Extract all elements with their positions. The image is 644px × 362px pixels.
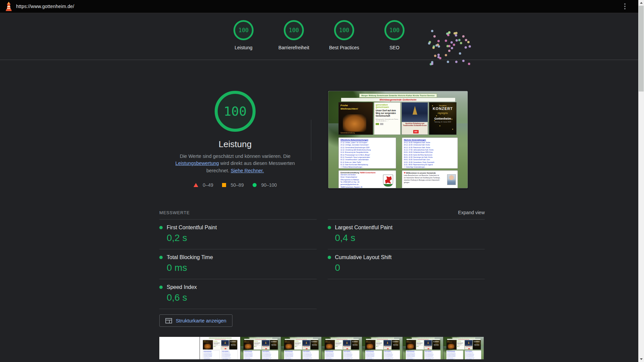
list-item: >> Zukünftige Veranstaltungen… — [404, 166, 456, 168]
filmstrip-frame-8: Bürger Bildung Gemeinsam Gewerbe Histori… — [443, 337, 484, 359]
house-photo — [245, 344, 252, 349]
website-screenshot: Bürger Bildung Gemeinsam Gewerbe Histori… — [362, 337, 403, 359]
house-photo — [343, 114, 366, 132]
night-photo — [465, 340, 472, 346]
list-item: 10.01. 19:30: Generalvers. Freiw. Feuerw… — [404, 161, 456, 164]
preview-site-title: Weinbaugemeinde Gottenheim — [244, 339, 277, 340]
list-item: 04.01. 19:00: Schäufele-Essen SPD-Ortsv. — [404, 151, 456, 154]
list-item: 14.12. Umfrage „Generation Gemeinsam“ — [340, 144, 394, 146]
spd-logo: SPD — [468, 348, 470, 349]
list-item: 06.12. Pressespiegel nun im Menü „Bürger… — [340, 154, 394, 156]
filmstrip-frame-6: Bürger Bildung Gemeinsam Gewerbe Histori… — [362, 337, 403, 359]
night-photo — [343, 340, 351, 346]
list-item: >> Zukünftige Veranstaltungen… — [344, 359, 359, 359]
expand-view-button[interactable]: Expand view — [328, 210, 485, 220]
loading-filmstrip: Bürger Bildung Gemeinsam Gewerbe Histori… — [159, 337, 485, 359]
preview-site-title: Weinbaugemeinde Gottenheim — [341, 98, 455, 102]
gauge-best-practices[interactable]: 100 Best Practices — [319, 20, 369, 50]
preview-card-generation: generationgemeinsam Unser Dorf auf dem W… — [213, 340, 221, 350]
mayor-portrait — [447, 174, 456, 185]
siehe-rechner-link[interactable]: Siehe Rechner. — [231, 168, 264, 173]
metrics-section: MESSWERTE Expand view First Contentful P… — [159, 210, 485, 309]
events-list: 24.12. 16:00: Heiligabend Kath. Kirche24… — [263, 352, 278, 359]
preview-nav-bar: Bürger Bildung Gemeinsam Gewerbe Histori… — [359, 94, 437, 98]
preview-card-schaeufele: Herzliche Einladung zum Traditionellen S… — [262, 340, 270, 350]
scroll-down-button[interactable] — [638, 356, 644, 362]
metric-fcp: First Contentful Paint 0,2 s — [159, 220, 317, 249]
website-screenshot: Bürger Bildung Gemeinsam Gewerbe Histori… — [403, 337, 443, 359]
vertical-scrollbar[interactable] — [638, 0, 644, 362]
preview-card-row: FroheWeihnachten! Gemeindeverwaltung gen… — [325, 340, 360, 350]
preview-panel-veranstaltungen: Nächste Veranstaltungen 24.12. 16:00: He… — [465, 350, 481, 359]
gauge-barrierefreiheit[interactable]: 100 Barrierefreiheit — [269, 20, 319, 50]
preview-card-generation: generationgemeinsam Unser Dorf auf dem W… — [335, 340, 343, 350]
preview-panel-bekanntmachungen: Öffentliche Bekanntmachungen 17.12. Umba… — [446, 350, 463, 359]
performance-section-title: Leistung — [219, 139, 252, 149]
pass-dot-icon — [328, 226, 331, 229]
preview-card-schaeufele: Herzliche Einladung zum Traditionellen S… — [465, 340, 473, 350]
treemap-icon — [165, 318, 172, 323]
announcement-list: 17.12. Umbau „Löwen“ für U3-Gruppen14.12… — [325, 352, 341, 359]
website-screenshot: Bürger Bildung Gemeinsam Gewerbe Histori… — [200, 337, 240, 359]
top-bar: https://www.gottenheim.de/ — [0, 0, 644, 13]
preview-panel-veranstaltungen: Nächste Veranstaltungen 24.12. 16:00: He… — [262, 350, 278, 359]
pass-dot-icon — [159, 256, 163, 259]
preview-site-title: Weinbaugemeinde Gottenheim — [204, 339, 237, 340]
list-item: 17.12. Umbau „Löwen“ für U3-Gruppen — [340, 141, 394, 144]
website-screenshot: Bürger Bildung Gemeinsam Gewerbe Histori… — [322, 337, 362, 359]
website-screenshot: Bürger Bildung Gemeinsam Gewerbe Histori… — [281, 337, 322, 359]
list-item: >> Frühere Bekanntmachungen… — [285, 359, 301, 359]
average-square-icon — [222, 183, 226, 187]
announcement-list: 17.12. Umbau „Löwen“ für U3-Gruppen14.12… — [285, 352, 301, 359]
list-item: >> Zukünftige Veranstaltungen… — [263, 359, 278, 359]
list-item: 12.12. Umstellung LED-Straßenbeleuchtung — [340, 149, 394, 151]
performance-score-gauge: 100 — [215, 91, 256, 132]
website-screenshot: Bürger Bildung Gemeinsam Gewerbe Histori… — [443, 337, 484, 359]
preview-panel-willkommen: ❤ Willkommen in unserer Gemeinde Liebe B… — [402, 170, 458, 188]
preview-panel-veranstaltungen: Nächste Veranstaltungen 24.12. 16:00: He… — [343, 350, 360, 359]
kebab-menu-icon[interactable] — [621, 3, 629, 10]
metric-si: Speed Index 0,6 s — [159, 279, 317, 309]
scroll-up-button[interactable] — [638, 0, 644, 6]
report-body: 100 Leistung Die Werte sind geschätzt un… — [159, 60, 485, 359]
sparkles — [474, 341, 474, 341]
preview-card-generation: generationgemeinsam Unser Dorf auf dem W… — [416, 340, 424, 350]
gauge-seo[interactable]: 100 SEO — [369, 20, 420, 50]
list-item: >> Zukünftige Veranstaltungen… — [303, 359, 318, 359]
scroll-up-icon — [640, 2, 643, 4]
treemap-button[interactable]: Strukturkarte anzeigen — [159, 314, 232, 327]
preview-card-konzert: Neujahrs KONZERT Highlights Gottenheim S… — [229, 340, 237, 350]
preview-card-konzert: Neujahrs KONZERT Highlights Gottenheim S… — [392, 340, 400, 350]
night-photo — [384, 340, 391, 346]
preview-card-weihnachten: FroheWeihnachten! Gemeindeverwaltung — [338, 102, 373, 135]
preview-card-konzert: Neujahrs KONZERT Highlights Gottenheim S… — [432, 340, 440, 350]
final-screenshot-thumbnail: Bürger Bildung Gemeinsam Gewerbe Histori… — [328, 91, 468, 188]
list-item: 05.01. 20:00: Après-Ski-Party Sportverei… — [404, 154, 456, 156]
announcement-list: 17.12. Umbau „Löwen“ für U3-Gruppen14.12… — [447, 352, 463, 359]
spd-logo: SPD — [306, 348, 308, 349]
preview-card-schaeufele: Herzliche Einladung zum Traditionellen S… — [221, 340, 229, 350]
list-item: >> Frühere Bekanntmachungen… — [325, 359, 341, 359]
list-item: 06.01. 10:30: Sternsinger der Kath. Kirc… — [404, 156, 456, 159]
leistungsbewertung-link[interactable]: Leistungsbewertung — [175, 161, 219, 166]
preview-site-title: Weinbaugemeinde Gottenheim — [447, 339, 480, 340]
preview-card-weihnachten: FroheWeihnachten! Gemeindeverwaltung — [365, 340, 375, 350]
filmstrip-frame-3: Bürger Bildung Gemeinsam Gewerbe Histori… — [240, 337, 281, 359]
preview-site-title: Weinbaugemeinde Gottenheim — [366, 339, 399, 340]
gauge-leistung[interactable]: 100 Leistung — [218, 20, 269, 50]
score-scale-legend: 0–49 50–89 90–100 — [194, 182, 277, 188]
summary-divider — [311, 120, 311, 161]
night-photo — [424, 340, 432, 346]
scrollbar-thumb[interactable] — [639, 6, 644, 92]
preview-site-title: Weinbaugemeinde Gottenheim — [325, 339, 359, 340]
preview-card-weihnachten: FroheWeihnachten! Gemeindeverwaltung — [446, 340, 457, 350]
house-photo — [326, 344, 333, 349]
preview-panel-bekanntmachungen: Öffentliche Bekanntmachungen 17.12. Umba… — [365, 350, 382, 359]
night-photo — [221, 340, 229, 346]
announcement-list: 17.12. Umbau „Löwen“ für U3-Gruppen14.12… — [366, 352, 382, 359]
list-item: >> Frühere Bekanntmachungen… — [366, 359, 382, 359]
preview-card-row: FroheWeihnachten! Gemeindeverwaltung gen… — [406, 340, 441, 350]
coat-of-arms — [383, 175, 393, 187]
list-item: 01.12. Ende von „Safer Traffic“ — [340, 161, 394, 164]
preview-panel-veranstaltungen: Nächste Veranstaltungen 24.12. 16:00: He… — [303, 350, 319, 359]
